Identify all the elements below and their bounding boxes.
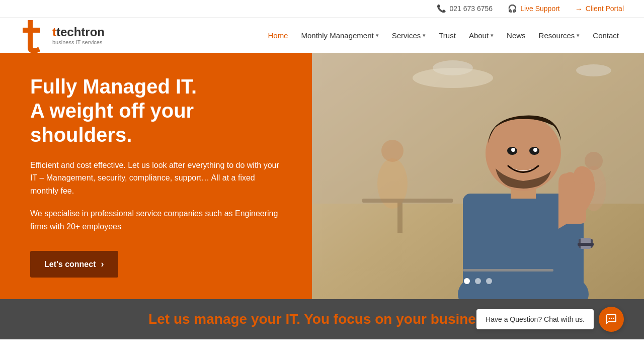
logo-tagline: business IT services (52, 39, 105, 45)
nav-item-trust[interactable]: Trust (434, 27, 461, 44)
nav-item-resources[interactable]: Resources ▾ (534, 27, 585, 44)
client-portal-item[interactable]: → Client Portal (575, 5, 624, 13)
hero-image (312, 53, 644, 299)
svg-point-28 (613, 318, 614, 319)
live-support-item[interactable]: 🎧 Live Support (508, 4, 560, 13)
nav-item-contact[interactable]: Contact (588, 27, 624, 44)
chat-widget[interactable]: Have a Question? Chat with us. (476, 307, 624, 332)
hero-description-2: We specialise in professional service co… (30, 207, 282, 233)
svg-rect-22 (463, 269, 553, 272)
svg-point-27 (611, 318, 612, 319)
hero-left-panel: Fully Managed IT. A weight off your shou… (0, 53, 312, 299)
support-icon: 🎧 (508, 4, 517, 13)
nav-item-about[interactable]: About ▾ (464, 27, 499, 44)
about-caret: ▾ (491, 32, 494, 39)
nav-item-news[interactable]: News (502, 27, 531, 44)
live-support-label: Live Support (520, 5, 560, 13)
svg-rect-10 (362, 199, 453, 203)
logo-icon (20, 15, 50, 55)
phone-item[interactable]: 📞 021 673 6756 (437, 4, 493, 13)
dot-2[interactable] (475, 278, 481, 284)
hero-description-1: Efficient and cost effective. Let us loo… (30, 159, 282, 198)
svg-point-26 (609, 318, 610, 319)
hero-content: Fully Managed IT. A weight off your shou… (30, 74, 282, 278)
logo-text: ttechtron business IT services (52, 25, 105, 45)
nav-item-services[interactable]: Services ▾ (387, 27, 431, 44)
chat-bubble: Have a Question? Chat with us. (476, 309, 594, 329)
portal-icon: → (575, 5, 583, 13)
main-nav: Home Monthly Management ▾ Services ▾ Tru… (263, 27, 624, 44)
brand-initial: t (52, 25, 56, 39)
bottom-tagline: Let us manage your IT. You focus on your… (148, 311, 496, 327)
svg-rect-25 (578, 243, 594, 246)
header: 📞 021 673 6756 🎧 Live Support → Client P… (0, 0, 644, 53)
chat-icon (605, 313, 617, 325)
nav-item-home[interactable]: Home (263, 27, 293, 44)
client-portal-label: Client Portal (586, 5, 624, 13)
logo[interactable]: ttechtron business IT services (20, 15, 105, 55)
lets-connect-button[interactable]: Let's connect › (30, 251, 118, 278)
brand-name: ttechtron (52, 25, 105, 39)
nav-item-monthly-management[interactable]: Monthly Management ▾ (296, 27, 383, 44)
svg-point-18 (511, 148, 515, 152)
hero-title: Fully Managed IT. A weight off your shou… (30, 74, 282, 147)
arrow-icon: › (101, 259, 104, 269)
dot-1[interactable] (464, 278, 470, 284)
services-caret: ▾ (423, 32, 426, 39)
bottom-section: Let us manage your IT. You focus on your… (0, 299, 644, 339)
hero-right-panel (312, 53, 644, 299)
svg-point-9 (585, 152, 603, 170)
dot-3[interactable] (486, 278, 492, 284)
resources-caret: ▾ (577, 32, 580, 39)
monthly-management-caret: ▾ (376, 32, 379, 39)
svg-point-19 (533, 148, 537, 152)
svg-rect-21 (558, 184, 586, 224)
svg-rect-11 (397, 203, 403, 233)
svg-point-7 (381, 140, 404, 162)
main-nav-container: ttechtron business IT services Home Mont… (0, 18, 644, 53)
chat-button[interactable] (599, 307, 624, 332)
hero-section: Fully Managed IT. A weight off your shou… (0, 53, 644, 299)
phone-number: 021 673 6756 (449, 5, 493, 13)
phone-icon: 📞 (437, 4, 446, 13)
svg-point-15 (486, 116, 561, 191)
slider-dots (464, 278, 492, 284)
